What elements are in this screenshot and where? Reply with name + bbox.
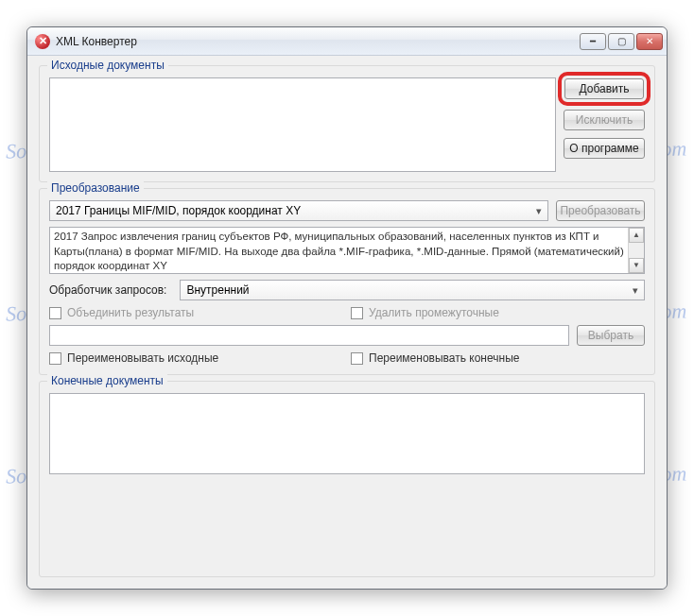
- transform-description[interactable]: 2017 Запрос извлечения границ субъектов …: [49, 227, 645, 274]
- remove-button[interactable]: Исключить: [564, 110, 645, 130]
- handler-label: Обработчик запросов:: [49, 283, 166, 297]
- delete-temp-checkbox[interactable]: [351, 307, 363, 319]
- about-button[interactable]: О программе: [564, 138, 645, 159]
- convert-button[interactable]: Преобразовать: [556, 200, 645, 221]
- rename-source-label: Переименовывать исходные: [67, 351, 218, 365]
- transform-select[interactable]: 2017 Границы MIF/MID, порядок координат …: [49, 200, 548, 221]
- minimize-icon: ━: [590, 36, 596, 46]
- scroll-down-icon[interactable]: ▼: [629, 258, 644, 273]
- handler-selected-value: Внутренний: [186, 283, 249, 297]
- close-icon: ✕: [646, 36, 653, 46]
- highlight-annotation: Добавить: [558, 72, 651, 106]
- final-documents-group: Конечные документы: [39, 381, 655, 577]
- transform-selected-value: 2017 Границы MIF/MID, порядок координат …: [56, 204, 301, 217]
- rename-final-label: Переименовывать конечные: [369, 351, 519, 365]
- desc-line: 2017 Запрос извлечения границ субъектов …: [54, 230, 640, 245]
- desc-line: порядок координат XY: [54, 259, 640, 274]
- source-listbox[interactable]: [49, 77, 556, 172]
- source-group-label: Исходные документы: [47, 59, 168, 72]
- app-icon: ✕: [35, 34, 50, 49]
- merge-checkbox[interactable]: [49, 307, 61, 319]
- app-window: ✕ XML Конвертер ━ ▢ ✕ Исходные документы…: [26, 26, 668, 590]
- delete-temp-label: Удалить промежуточные: [369, 306, 499, 319]
- final-group-label: Конечные документы: [47, 374, 167, 387]
- description-scrollbar[interactable]: ▲ ▼: [628, 228, 644, 273]
- desc-line: Карты(плана) в формат MIF/MID. На выходе…: [54, 245, 640, 260]
- path-input[interactable]: [49, 325, 569, 346]
- minimize-button[interactable]: ━: [580, 33, 606, 50]
- window-title: XML Конвертер: [56, 35, 137, 48]
- titlebar[interactable]: ✕ XML Конвертер ━ ▢ ✕: [27, 27, 667, 56]
- transform-group-label: Преобразование: [47, 181, 144, 195]
- scroll-up-icon[interactable]: ▲: [629, 228, 644, 243]
- close-button[interactable]: ✕: [636, 33, 663, 50]
- maximize-button[interactable]: ▢: [608, 33, 634, 50]
- final-listbox[interactable]: [49, 393, 645, 474]
- merge-label: Объединить результаты: [67, 306, 194, 319]
- add-button[interactable]: Добавить: [564, 78, 644, 99]
- maximize-icon: ▢: [617, 36, 626, 46]
- handler-select[interactable]: Внутренний: [180, 280, 645, 300]
- select-button[interactable]: Выбрать: [577, 325, 645, 346]
- source-documents-group: Исходные документы Добавить Исключить О …: [39, 65, 655, 182]
- rename-final-checkbox[interactable]: [351, 352, 363, 365]
- rename-source-checkbox[interactable]: [49, 352, 61, 365]
- transform-group: Преобразование 2017 Границы MIF/MID, пор…: [39, 188, 655, 375]
